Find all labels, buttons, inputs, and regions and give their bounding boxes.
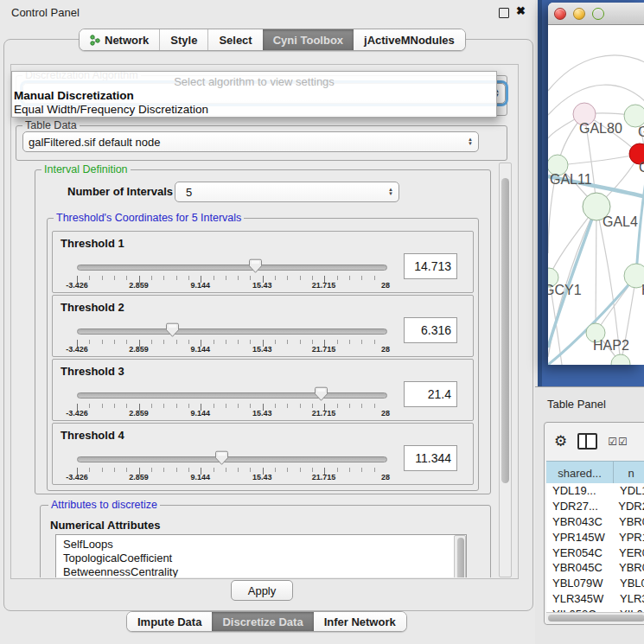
- table-panel-title: Table Panel: [547, 398, 606, 411]
- slider-thumb[interactable]: [166, 322, 179, 337]
- threshold-label: Threshold 1: [61, 237, 124, 250]
- list-scrollbar[interactable]: [454, 535, 466, 577]
- tab-impute-data[interactable]: Impute Data: [127, 612, 212, 631]
- network-graph: GAL80 G C GAL11 GAL4 GCY1 H HAP2: [548, 25, 644, 365]
- control-panel: Control Panel ✖ Network Style Select Cyn…: [0, 0, 536, 644]
- node-label-gal4: GAL4: [603, 214, 638, 229]
- node-label-partial-c: C: [639, 160, 644, 175]
- numerical-attributes-list[interactable]: SelfLoops TopologicalCoefficient Between…: [55, 534, 467, 577]
- algorithm-dropdown-popup: Select algorithm to view settings Manual…: [11, 71, 497, 118]
- slider-track[interactable]: [77, 328, 387, 335]
- threshold-slider[interactable]: [77, 450, 386, 466]
- threshold-row: Threshold 2 -3.4262.859 9.14415.43 21.71…: [52, 295, 474, 357]
- form-scrollbar-thumb[interactable]: [501, 178, 509, 483]
- tab-style[interactable]: Style: [159, 29, 207, 50]
- node-label-gcy1: GCY1: [548, 283, 582, 297]
- dropdown-placeholder: Select algorithm to view settings: [12, 74, 496, 89]
- zoom-traffic-light-icon[interactable]: [592, 8, 604, 20]
- table-row[interactable]: YDR27...YDR2: [546, 499, 644, 514]
- table-row[interactable]: YDL19...YDL1: [546, 483, 644, 499]
- table-panel-box: ⚙ ☑☑ shared... n YDL19...YDL1 YDR27...YD…: [544, 422, 644, 625]
- combo-arrows-icon: ▲▼: [468, 137, 473, 146]
- threshold-row: Threshold 4 -3.4262.859 9.14415.43 21.71…: [52, 423, 474, 485]
- tab-cyni-toolbox-label: Cyni Toolbox: [273, 34, 343, 47]
- tab-network[interactable]: Network: [80, 29, 159, 50]
- slider-tick-labels: -3.4262.859 9.14415.43 21.71528: [77, 473, 386, 483]
- slider-tick-labels: -3.4262.859 9.14415.43 21.71528: [77, 409, 386, 419]
- tab-jactivemnodules[interactable]: jActiveMNodules: [354, 29, 465, 50]
- column-header-shared-name[interactable]: shared...: [546, 462, 614, 484]
- network-canvas[interactable]: GAL80 G C GAL11 GAL4 GCY1 H HAP2: [548, 25, 644, 365]
- number-of-intervals-label: Number of Intervals: [67, 185, 173, 198]
- attributes-clip: Attributes to discretize Numerical Attri…: [26, 494, 497, 577]
- list-scrollbar-thumb[interactable]: [457, 538, 464, 577]
- screen: Control Panel ✖ Network Style Select Cyn…: [0, 0, 644, 644]
- slider-thumb[interactable]: [315, 386, 328, 401]
- threshold-label: Threshold 2: [61, 301, 124, 314]
- tab-discretize-data[interactable]: Discretize Data: [212, 612, 313, 631]
- table-data-combobox[interactable]: galFiltered.sif default node ▲▼: [22, 131, 479, 152]
- table-row[interactable]: YPR145WYPR1: [546, 529, 644, 545]
- tab-network-label: Network: [105, 34, 149, 47]
- list-item[interactable]: SelfLoops: [56, 535, 466, 552]
- threshold-value-field[interactable]: 11.344: [404, 445, 457, 471]
- list-item[interactable]: BetweennessCentrality: [56, 565, 466, 577]
- list-item[interactable]: TopologicalCoefficient: [56, 552, 466, 565]
- apply-button[interactable]: Apply: [231, 580, 293, 601]
- network-window-titlebar[interactable]: [548, 3, 644, 25]
- slider-thumb[interactable]: [215, 450, 228, 465]
- table-horizontal-scrollbar[interactable]: [546, 612, 644, 624]
- table-panel: Table Panel ⚙ ☑☑ shared... n YDL19...YDL…: [535, 386, 644, 644]
- close-icon[interactable]: ✖: [516, 4, 526, 17]
- top-tab-strip: Network Style Select Cyni Toolbox jActiv…: [79, 29, 466, 51]
- table-row[interactable]: YBL079WYBL0: [546, 576, 644, 591]
- control-panel-title: Control Panel: [11, 6, 80, 19]
- threshold-slider[interactable]: [77, 386, 386, 402]
- tab-style-label: Style: [170, 34, 197, 47]
- threshold-value-field[interactable]: 21.4: [404, 381, 457, 407]
- tab-discretize-data-label: Discretize Data: [222, 615, 303, 628]
- tab-cyni-toolbox[interactable]: Cyni Toolbox: [263, 29, 354, 50]
- table-row[interactable]: YLR345WYLR3: [546, 591, 644, 607]
- slider-tick-labels: -3.4262.859 9.14415.43 21.71528: [77, 345, 386, 355]
- slider-thumb[interactable]: [249, 258, 262, 273]
- threshold-value-field[interactable]: 6.316: [404, 317, 457, 343]
- table-row[interactable]: YBR045CYBR0: [546, 560, 644, 576]
- network-window[interactable]: GAL80 G C GAL11 GAL4 GCY1 H HAP2: [548, 3, 644, 365]
- bottom-tab-strip: Impute Data Discretize Data Infer Networ…: [126, 611, 407, 632]
- threshold-value-field[interactable]: 14.713: [404, 253, 457, 279]
- slider-track[interactable]: [77, 456, 387, 462]
- form-scrollbar[interactable]: [499, 163, 512, 577]
- threshold-slider[interactable]: [77, 322, 386, 338]
- tab-select[interactable]: Select: [207, 29, 262, 50]
- dropdown-option-equal-width[interactable]: Equal Width/Frequency Discretization: [12, 103, 496, 117]
- node-label-hap2: HAP2: [593, 338, 629, 353]
- number-of-intervals-combobox[interactable]: 5 ▲▼: [175, 182, 399, 202]
- checkbox-icons[interactable]: ☑☑: [608, 436, 628, 448]
- gear-icon[interactable]: ⚙: [554, 432, 567, 450]
- number-of-intervals-value: 5: [186, 186, 385, 199]
- combo-arrows-icon: ▲▼: [388, 188, 393, 196]
- numerical-attributes-label: Numerical Attributes: [50, 519, 160, 532]
- dropdown-option-manual[interactable]: Manual Discretization: [12, 89, 496, 103]
- slider-track[interactable]: [77, 392, 387, 399]
- columns-icon[interactable]: [577, 433, 597, 450]
- table-panel-toolbar: ⚙ ☑☑: [545, 423, 644, 460]
- slider-track[interactable]: [77, 265, 387, 271]
- node-bottom[interactable]: [611, 354, 630, 365]
- table-row[interactable]: YIL052CYIL0: [546, 606, 644, 612]
- table-row[interactable]: YBR043CYBR0: [546, 514, 644, 530]
- column-header-name[interactable]: n: [614, 462, 644, 484]
- network-desktop: GAL80 G C GAL11 GAL4 GCY1 H HAP2: [535, 0, 644, 386]
- minimize-traffic-light-icon[interactable]: [573, 8, 585, 20]
- attributes-group-title: Attributes to discretize: [48, 499, 160, 511]
- close-traffic-light-icon[interactable]: [554, 8, 566, 20]
- threshold-label: Threshold 4: [61, 429, 124, 442]
- tab-infer-network[interactable]: Infer Network: [314, 612, 406, 631]
- table-horizontal-scrollbar-thumb[interactable]: [548, 615, 644, 622]
- table-rows: YDL19...YDL1 YDR27...YDR2 YBR043CYBR0 YP…: [546, 483, 644, 612]
- float-window-icon[interactable]: [499, 8, 509, 18]
- threshold-slider[interactable]: [77, 258, 386, 274]
- table-row[interactable]: YER054CYER0: [546, 545, 644, 560]
- threshold-row: Threshold 1 -3.4262.859 9.14415.43 21.71…: [52, 231, 474, 293]
